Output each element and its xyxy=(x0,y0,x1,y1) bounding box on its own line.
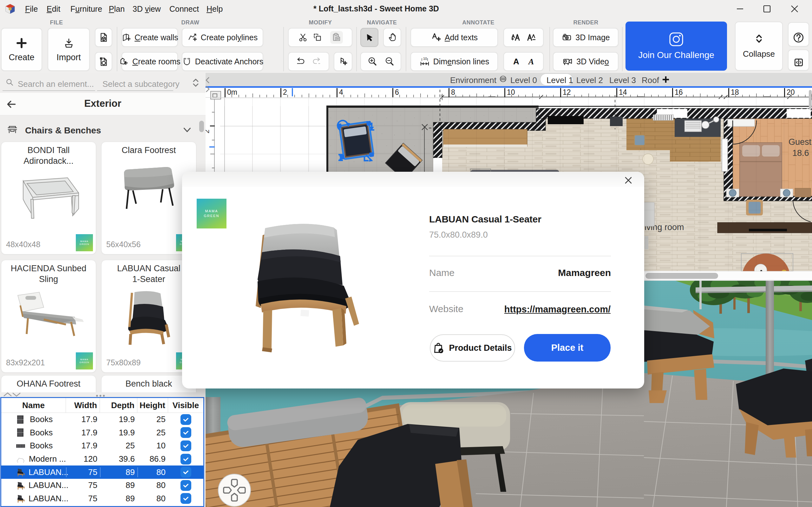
svg-text:18.6: 18.6 xyxy=(792,148,809,158)
svg-text:4: 4 xyxy=(339,88,343,96)
svg-text:6: 6 xyxy=(395,88,399,96)
svg-text:12: 12 xyxy=(563,88,571,96)
svg-text:20: 20 xyxy=(786,88,795,96)
svg-text:A: A xyxy=(528,57,534,66)
svg-text:10: 10 xyxy=(507,88,515,96)
svg-text:10: 10 xyxy=(423,57,427,60)
svg-text:18: 18 xyxy=(731,88,739,96)
svg-text:0m: 0m xyxy=(227,88,237,96)
svg-text:8: 8 xyxy=(451,88,455,96)
svg-text:14: 14 xyxy=(619,88,627,96)
svg-text:2: 2 xyxy=(283,88,287,96)
svg-text:2: 2 xyxy=(206,130,211,133)
svg-text:A: A xyxy=(513,57,519,66)
svg-text:16: 16 xyxy=(675,88,683,96)
svg-text:Guest: Guest xyxy=(789,137,812,147)
